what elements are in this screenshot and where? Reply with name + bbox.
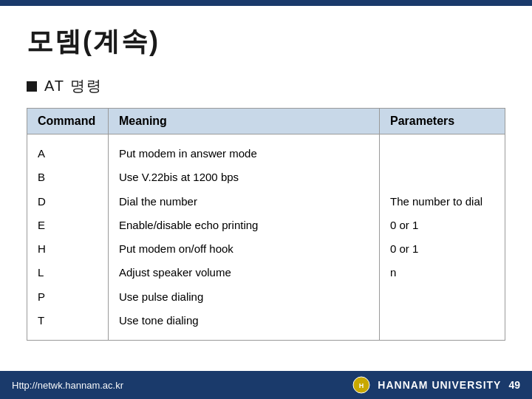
cmd-t: T	[38, 309, 98, 332]
page-title: 모뎀(계속)	[27, 24, 505, 60]
footer-url: Http://netwk.hannam.ac.kr	[12, 380, 123, 391]
param-3: 0 or 1	[390, 237, 494, 261]
table-header-row: Command Meaning Parameters	[27, 109, 505, 134]
svg-text:H: H	[359, 382, 364, 389]
section-label: AT 명령	[44, 76, 103, 96]
cmd-h: H	[38, 237, 98, 261]
param-4: n	[390, 261, 494, 284]
cmd-l: L	[38, 261, 98, 284]
meaning-p: Use pulse dialing	[119, 285, 369, 309]
main-content: 모뎀(계속) AT 명령 Command Meaning Parameters …	[0, 6, 532, 341]
meaning-h: Put modem on/off hook	[119, 237, 369, 261]
top-bar	[0, 0, 532, 6]
meaning-a: Put modem in answer mode	[119, 142, 369, 166]
footer-right: H HANNAM UNIVERSITY 49	[352, 376, 520, 394]
footer-page-number: 49	[508, 379, 520, 391]
cmd-e: E	[38, 214, 98, 237]
table-row: A B D E H L P T Put modem in answer mode…	[27, 134, 505, 341]
cmd-d: D	[38, 190, 98, 214]
footer-university-name: HANNAM UNIVERSITY	[378, 379, 501, 391]
meaning-l: Adjust speaker volume	[119, 261, 369, 284]
footer: Http://netwk.hannam.ac.kr H HANNAM UNIVE…	[0, 371, 532, 399]
meaning-t: Use tone dialing	[119, 309, 369, 332]
parameters-cell: The number to dial 0 or 1 0 or 1 n	[380, 134, 505, 341]
meaning-cell: Put modem in answer mode Use V.22bis at …	[109, 134, 380, 341]
section-header: AT 명령	[27, 76, 505, 96]
meaning-d: Dial the number	[119, 190, 369, 214]
command-table: Command Meaning Parameters A B D E H L P…	[27, 108, 505, 341]
col-command: Command	[27, 109, 109, 134]
cmd-p: P	[38, 285, 98, 309]
command-cell: A B D E H L P T	[27, 134, 109, 341]
param-2: 0 or 1	[390, 214, 494, 237]
col-meaning: Meaning	[109, 109, 380, 134]
university-logo-icon: H	[352, 376, 370, 394]
col-parameters: Parameters	[380, 109, 505, 134]
cmd-a: A	[38, 142, 98, 166]
meaning-e: Enable/disable echo printing	[119, 214, 369, 237]
meaning-b: Use V.22bis at 1200 bps	[119, 166, 369, 189]
param-1: The number to dial	[390, 190, 494, 214]
bullet-icon	[27, 81, 37, 92]
cmd-b: B	[38, 166, 98, 189]
